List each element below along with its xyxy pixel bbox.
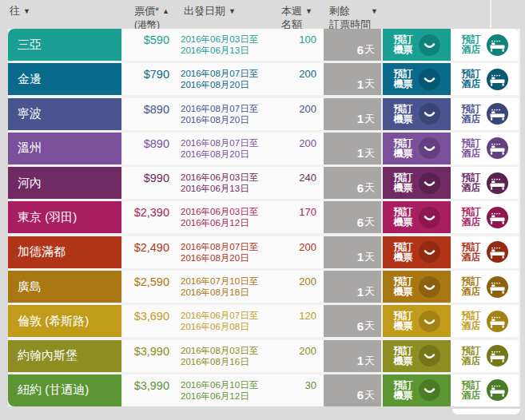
book-hotel-button[interactable]: 預訂 酒店 [451, 201, 519, 233]
book-flight-button[interactable]: 預訂 機票 [383, 167, 451, 199]
sort-header-quota[interactable]: 本週▼ 名額 [281, 5, 312, 31]
smile-logo-icon [419, 69, 440, 90]
date-from: 2016年06月07日至 [181, 310, 281, 321]
book-hotel-button[interactable]: 預訂 酒店 [451, 340, 519, 372]
date-to: 2016年06月08日 [181, 321, 281, 332]
destination-name: 紐約 (甘迺迪) [18, 382, 89, 398]
book-flight-button[interactable]: 預訂 機票 [383, 201, 451, 233]
date-from: 2016年06月03日至 [181, 172, 281, 183]
remaining-time-cell: 1 天 [324, 133, 381, 164]
book-hotel-label: 預訂 酒店 [462, 276, 481, 297]
weekly-quota: 200 [281, 275, 324, 287]
sort-header-destination[interactable]: 往▼ [10, 5, 30, 18]
departure-dates: 2016年08月07日至 2016年08月20日 [181, 103, 281, 125]
date-from: 2016年08月07日至 [181, 137, 281, 149]
book-hotel-button[interactable]: 預訂 酒店 [451, 98, 519, 130]
destination-name: 三亞 [18, 38, 42, 53]
book-flight-label: 預訂 機票 [394, 69, 413, 89]
book-flight-button[interactable]: 預訂 機票 [383, 340, 451, 372]
date-to: 2016年08月20日 [181, 79, 281, 90]
bed-icon [487, 103, 508, 125]
smile-logo-icon [419, 379, 440, 401]
date-from: 2016年06月10日至 [181, 379, 281, 390]
book-flight-button[interactable]: 預訂 機票 [383, 133, 451, 164]
remaining-days-unit: 天 [364, 77, 375, 91]
book-flight-label: 預訂 機票 [394, 311, 413, 331]
destination-cell: 倫敦 (希斯路) [8, 305, 121, 337]
book-flight-button[interactable]: 預訂 機票 [383, 374, 451, 406]
book-hotel-button[interactable]: 預訂 酒店 [451, 271, 519, 303]
departure-dates: 2016年06月03日至 2016年06月13日 [181, 172, 281, 194]
price-value: $990 [123, 172, 169, 184]
remaining-time-cell: 1 天 [324, 340, 381, 372]
book-hotel-label: 預訂 酒店 [462, 104, 481, 125]
bed-icon [487, 207, 508, 228]
book-hotel-button[interactable]: 預訂 酒店 [451, 133, 519, 164]
departure-dates: 2016年08月07日至 2016年08月20日 [181, 68, 281, 90]
sort-down-icon: ▼ [371, 7, 378, 15]
remaining-days-value: 1 [357, 285, 364, 299]
book-flight-button[interactable]: 預訂 機票 [383, 98, 451, 130]
destination-cell: 寧波 [8, 98, 121, 130]
date-to: 2016年08月20日 [181, 149, 281, 160]
fare-row: 倫敦 (希斯路) $3,690 2016年06月07日至 2016年06月08日… [8, 305, 520, 337]
book-hotel-button[interactable]: 預訂 酒店 [451, 29, 519, 61]
price-value: $590 [123, 34, 169, 46]
book-hotel-button[interactable]: 預訂 酒店 [451, 167, 519, 199]
book-flight-button[interactable]: 預訂 機票 [383, 305, 451, 337]
date-to: 2016年06月13日 [181, 45, 281, 56]
weekly-quota: 200 [281, 345, 324, 357]
book-flight-button[interactable]: 預訂 機票 [383, 271, 451, 303]
book-hotel-button[interactable]: 預訂 酒店 [451, 236, 519, 268]
sort-header-remaining[interactable]: 剩餘▼ 訂票時間 [329, 5, 378, 31]
fare-row: 紐約 (甘迺迪) $3,990 2016年06月10日至 2016年06月12日… [8, 374, 520, 406]
remaining-days-unit: 天 [364, 112, 375, 126]
book-hotel-button[interactable]: 預訂 酒店 [451, 305, 519, 337]
book-hotel-label: 預訂 酒店 [462, 172, 481, 193]
destination-name: 金邊 [18, 72, 42, 87]
book-flight-button[interactable]: 預訂 機票 [383, 29, 451, 61]
sort-header-price[interactable]: 票價*▲ (港幣) [134, 5, 169, 31]
fare-table: 三亞 $590 2016年06月03日至 2016年06月13日 100 6 天… [8, 29, 520, 406]
remaining-days-value: 6 [357, 216, 364, 229]
remaining-time-cell: 6 天 [324, 167, 381, 199]
destination-name: 約翰內斯堡 [18, 348, 78, 363]
fare-row: 河內 $990 2016年06月03日至 2016年06月13日 240 6 天… [8, 167, 520, 199]
sort-header-departure[interactable]: 出發日期▼ [184, 5, 236, 18]
weekly-quota: 240 [281, 172, 324, 184]
book-hotel-label: 預訂 酒店 [462, 346, 481, 367]
sort-down-icon: ▼ [23, 7, 30, 15]
book-hotel-label: 預訂 酒店 [462, 207, 481, 228]
remaining-time-cell: 6 天 [324, 374, 381, 406]
book-flight-label: 預訂 機票 [394, 172, 413, 193]
sort-down-icon: ▼ [305, 7, 312, 15]
date-to: 2016年06月12日 [181, 390, 281, 402]
destination-cell: 金邊 [8, 63, 121, 95]
book-hotel-label: 預訂 酒店 [462, 138, 481, 159]
departure-dates: 2016年06月03日至 2016年06月12日 [181, 206, 281, 228]
smile-logo-icon [419, 311, 440, 332]
price-value: $3,990 [123, 379, 169, 392]
departure-dates: 2016年08月07日至 2016年08月20日 [181, 241, 281, 263]
fare-details-cell: $3,690 2016年06月07日至 2016年06月08日 120 [123, 305, 324, 337]
destination-cell: 約翰內斯堡 [8, 340, 121, 372]
price-header-label: 票價* [134, 5, 159, 17]
destination-header-label: 往 [10, 5, 20, 17]
fare-details-cell: $990 2016年06月03日至 2016年06月13日 240 [123, 167, 324, 199]
fare-details-cell: $890 2016年08月07日至 2016年08月20日 200 [123, 98, 324, 130]
date-from: 2016年08月07日至 [181, 241, 281, 252]
remaining-days-unit: 天 [364, 319, 375, 333]
book-hotel-button[interactable]: 預訂 酒店 [451, 374, 519, 406]
remaining-time-cell: 1 天 [324, 236, 381, 268]
book-flight-button[interactable]: 預訂 機票 [383, 63, 451, 95]
remaining-time-cell: 6 天 [324, 29, 381, 61]
destination-cell: 加德滿都 [8, 236, 121, 268]
smile-logo-icon [419, 207, 440, 228]
bed-icon [487, 345, 508, 367]
fare-row: 加德滿都 $2,490 2016年08月07日至 2016年08月20日 200… [8, 236, 520, 268]
column-divider [490, 0, 491, 28]
fare-row: 東京 (羽田) $2,390 2016年06月03日至 2016年06月12日 … [8, 201, 520, 233]
book-hotel-button[interactable]: 預訂 酒店 [451, 63, 519, 95]
sort-down-icon: ▼ [229, 7, 236, 15]
book-flight-button[interactable]: 預訂 機票 [383, 236, 451, 268]
